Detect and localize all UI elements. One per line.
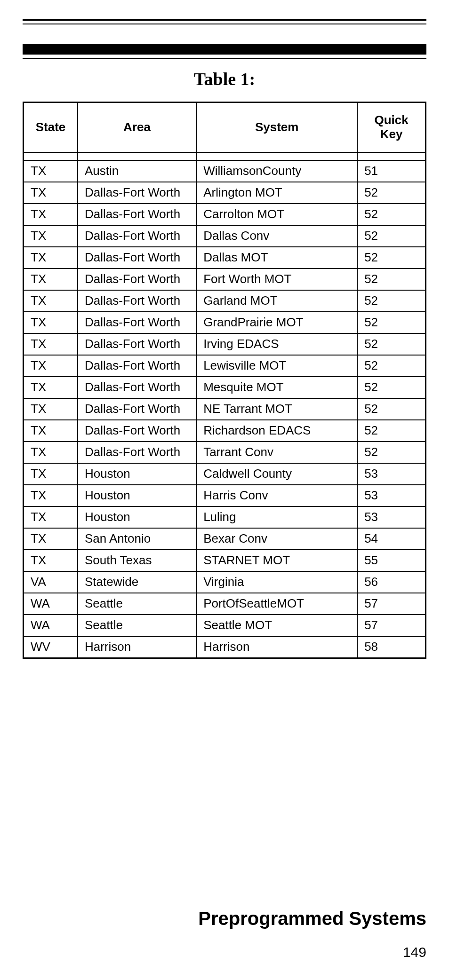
cell-system: Garland MOT: [196, 290, 357, 312]
cell-key: 52: [357, 420, 425, 442]
table-row: TXSan AntonioBexar Conv54: [24, 528, 426, 550]
cell-system: Harris Conv: [196, 485, 357, 506]
table-row: VAStatewideVirginia56: [24, 571, 426, 593]
cell-area: Dallas-Fort Worth: [78, 225, 196, 247]
cell-system: Caldwell County: [196, 463, 357, 485]
cell-area: South Texas: [78, 550, 196, 571]
page-number: 149: [403, 944, 426, 960]
cell-state: TX: [24, 420, 78, 442]
cell-area: Seattle: [78, 615, 196, 636]
table-row: TXDallas-Fort WorthDallas Conv52: [24, 225, 426, 247]
cell-system: Irving EDACS: [196, 333, 357, 355]
cell-system: Bexar Conv: [196, 528, 357, 550]
cell-system: Carrolton MOT: [196, 204, 357, 225]
cell-area: Dallas-Fort Worth: [78, 182, 196, 204]
cell-state: TX: [24, 377, 78, 398]
cell-state: TX: [24, 225, 78, 247]
cell-key: 52: [357, 333, 425, 355]
cell-key: 57: [357, 615, 425, 636]
cell-area: Dallas-Fort Worth: [78, 442, 196, 463]
cell-state: TX: [24, 160, 78, 182]
cell-key: 56: [357, 571, 425, 593]
cell-key: 52: [357, 247, 425, 269]
cell-key: 57: [357, 593, 425, 615]
cell-state: TX: [24, 204, 78, 225]
cell-area: Houston: [78, 463, 196, 485]
cell-area: Dallas-Fort Worth: [78, 398, 196, 420]
table-row: TXDallas-Fort WorthRichardson EDACS52: [24, 420, 426, 442]
cell-key: 53: [357, 463, 425, 485]
table-row: TXDallas-Fort WorthLewisville MOT52: [24, 355, 426, 377]
table-row: TXDallas-Fort WorthGarland MOT52: [24, 290, 426, 312]
cell-key: 52: [357, 269, 425, 290]
cell-state: TX: [24, 506, 78, 528]
cell-system: PortOfSeattleMOT: [196, 593, 357, 615]
cell-system: Virginia: [196, 571, 357, 593]
cell-state: TX: [24, 182, 78, 204]
cell-key: 52: [357, 182, 425, 204]
cell-state: TX: [24, 312, 78, 333]
cell-state: TX: [24, 442, 78, 463]
cell-key: 58: [357, 636, 425, 658]
th-key: Quick Key: [357, 103, 425, 152]
table-row: TXDallas-Fort WorthCarrolton MOT52: [24, 204, 426, 225]
cell-system: Luling: [196, 506, 357, 528]
cell-area: Dallas-Fort Worth: [78, 377, 196, 398]
top-double-rule: [23, 19, 426, 24]
table-row: WASeattlePortOfSeattleMOT57: [24, 593, 426, 615]
table-row: TXSouth TexasSTARNET MOT55: [24, 550, 426, 571]
table-row: TXDallas-Fort WorthTarrant Conv52: [24, 442, 426, 463]
table-row: TXDallas-Fort WorthArlington MOT52: [24, 182, 426, 204]
cell-key: 52: [357, 355, 425, 377]
cell-state: TX: [24, 247, 78, 269]
cell-area: Dallas-Fort Worth: [78, 355, 196, 377]
cell-key: 52: [357, 312, 425, 333]
cell-area: Seattle: [78, 593, 196, 615]
cell-state: TX: [24, 463, 78, 485]
cell-area: San Antonio: [78, 528, 196, 550]
table-row: TXDallas-Fort WorthGrandPrairie MOT52: [24, 312, 426, 333]
cell-key: 52: [357, 290, 425, 312]
th-area: Area: [78, 103, 196, 152]
cell-area: Dallas-Fort Worth: [78, 333, 196, 355]
th-system: System: [196, 103, 357, 152]
cell-area: Dallas-Fort Worth: [78, 420, 196, 442]
cell-system: Mesquite MOT: [196, 377, 357, 398]
header-separator: [24, 152, 426, 160]
cell-key: 53: [357, 506, 425, 528]
cell-key: 53: [357, 485, 425, 506]
table-row: TXHoustonHarris Conv53: [24, 485, 426, 506]
table-row: TXAustinWilliamsonCounty51: [24, 160, 426, 182]
cell-area: Statewide: [78, 571, 196, 593]
cell-area: Dallas-Fort Worth: [78, 269, 196, 290]
cell-system: Richardson EDACS: [196, 420, 357, 442]
systems-table: State Area System Quick Key TXAustinWill…: [23, 102, 426, 659]
cell-key: 55: [357, 550, 425, 571]
cell-state: TX: [24, 398, 78, 420]
cell-area: Dallas-Fort Worth: [78, 204, 196, 225]
cell-key: 52: [357, 398, 425, 420]
cell-area: Dallas-Fort Worth: [78, 247, 196, 269]
table-row: TXDallas-Fort WorthFort Worth MOT52: [24, 269, 426, 290]
table-header: State Area System Quick Key: [24, 103, 426, 152]
cell-area: Dallas-Fort Worth: [78, 290, 196, 312]
table-row: TXDallas-Fort WorthDallas MOT52: [24, 247, 426, 269]
cell-system: STARNET MOT: [196, 550, 357, 571]
cell-area: Harrison: [78, 636, 196, 658]
cell-area: Dallas-Fort Worth: [78, 312, 196, 333]
cell-key: 52: [357, 204, 425, 225]
cell-key: 54: [357, 528, 425, 550]
table-header-rule: [23, 44, 426, 59]
cell-state: TX: [24, 269, 78, 290]
cell-key: 51: [357, 160, 425, 182]
cell-system: Seattle MOT: [196, 615, 357, 636]
table-row: WVHarrisonHarrison58: [24, 636, 426, 658]
cell-state: TX: [24, 290, 78, 312]
cell-state: TX: [24, 355, 78, 377]
cell-key: 52: [357, 377, 425, 398]
cell-system: Fort Worth MOT: [196, 269, 357, 290]
cell-system: Dallas MOT: [196, 247, 357, 269]
cell-system: Harrison: [196, 636, 357, 658]
table-body: TXAustinWilliamsonCounty51TXDallas-Fort …: [24, 152, 426, 658]
th-state: State: [24, 103, 78, 152]
